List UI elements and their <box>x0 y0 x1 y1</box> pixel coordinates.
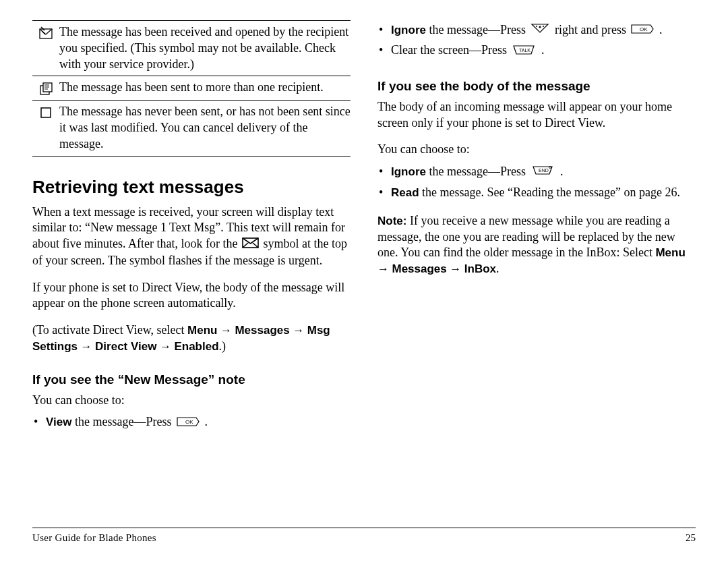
svg-rect-6 <box>41 108 51 117</box>
subsection-heading: If you see the “New Message” note <box>32 372 351 387</box>
text-fragment: (To activate Direct View, select <box>32 323 187 337</box>
option-list: Ignore the message—Press END . Read the … <box>377 163 696 204</box>
menu-path-item: Messages <box>235 324 289 337</box>
menu-path-item: Enabled <box>174 340 218 353</box>
text-fragment: . <box>496 262 499 275</box>
table-row: The message has been received and opened… <box>32 21 351 76</box>
row-text: The message has never been sent, or has … <box>59 104 351 152</box>
action-label: Read <box>391 186 419 199</box>
row-text: The message has been sent to more than o… <box>59 80 351 96</box>
table-row: The message has been sent to more than o… <box>32 76 351 100</box>
page-footer: User Guide for Blade Phones 25 <box>32 528 696 544</box>
lead-text: You can choose to: <box>32 393 351 409</box>
nav-key-icon <box>530 22 550 39</box>
menu-path-item: Direct View <box>95 340 156 353</box>
right-column: Ignore the message—Press right and press… <box>377 20 696 522</box>
text-fragment: If you receive a new message while you a… <box>377 214 675 260</box>
arrow-icon: → <box>220 324 232 337</box>
text-fragment: the message—Press <box>426 165 528 178</box>
text-fragment: .) <box>219 339 226 353</box>
end-key-icon: END <box>530 164 555 181</box>
svg-point-9 <box>539 26 541 28</box>
envelope-icon <box>242 237 259 253</box>
svg-text:TALK: TALK <box>519 48 530 53</box>
list-item: View the message—Press OK . <box>32 414 351 431</box>
list-item: Ignore the message—Press right and press… <box>377 22 696 39</box>
list-item: Clear the screen—Press TALK . <box>377 42 696 59</box>
ok-key-icon: OK <box>630 22 655 39</box>
row-text: The message has been received and opened… <box>59 24 351 72</box>
paragraph-path: (To activate Direct View, select Menu → … <box>32 322 351 355</box>
page-content: The message has been received and opened… <box>0 0 728 522</box>
action-label: Ignore <box>391 165 426 178</box>
text-fragment: right and press <box>555 23 629 36</box>
subsection-heading: If you see the body of the message <box>377 79 696 94</box>
menu-path-item: InBox <box>464 262 496 275</box>
opened-envelope-icon <box>32 24 59 72</box>
page-number: 25 <box>686 532 696 544</box>
paragraph-intro: When a text message is received, your sc… <box>32 204 351 269</box>
table-row: The message has never been sent, or has … <box>32 100 351 155</box>
svg-text:OK: OK <box>640 26 648 32</box>
talk-key-icon: TALK <box>511 43 537 60</box>
option-list: Ignore the message—Press right and press… <box>377 22 696 63</box>
text-fragment: the message—Press <box>71 415 174 428</box>
svg-point-11 <box>543 26 544 27</box>
list-item: Ignore the message—Press END . <box>377 163 696 181</box>
menu-path-item: Menu <box>187 324 217 337</box>
menu-path-item: Messages <box>392 262 447 275</box>
arrow-icon: → <box>160 340 171 353</box>
left-column: The message has been received and opened… <box>32 20 351 522</box>
action-label: View <box>46 416 71 428</box>
ok-key-icon: OK <box>176 415 200 432</box>
text-fragment: the message—Press <box>426 23 528 36</box>
note-paragraph: Note: If you receive a new message while… <box>377 213 696 277</box>
status-icon-table: The message has been received and opened… <box>32 20 351 157</box>
arrow-icon: → <box>81 340 92 353</box>
note-label: Note: <box>377 215 406 227</box>
lead-text: You can choose to: <box>377 142 696 158</box>
section-heading: Retrieving text messages <box>32 177 351 198</box>
action-label: Ignore <box>391 24 426 36</box>
text-fragment: Clear the screen—Press <box>391 43 510 57</box>
arrow-icon: → <box>450 262 461 275</box>
list-item: Read the message. See “Reading the messa… <box>377 184 696 201</box>
arrow-icon: → <box>377 262 389 275</box>
arrow-icon: → <box>293 324 304 337</box>
svg-text:END: END <box>539 168 549 173</box>
menu-path-item: Menu <box>655 246 685 259</box>
option-list: View the message—Press OK . <box>32 414 351 434</box>
footer-title: User Guide for Blade Phones <box>32 532 156 544</box>
svg-point-10 <box>536 26 537 27</box>
paragraph: The body of an incoming message will app… <box>377 99 696 132</box>
svg-text:OK: OK <box>185 419 193 425</box>
paragraph-directview: If your phone is set to Direct View, the… <box>32 280 351 312</box>
never-sent-icon <box>32 104 59 152</box>
multi-recipient-icon <box>32 80 59 96</box>
text-fragment: the message. See “Reading the message” o… <box>419 186 680 199</box>
